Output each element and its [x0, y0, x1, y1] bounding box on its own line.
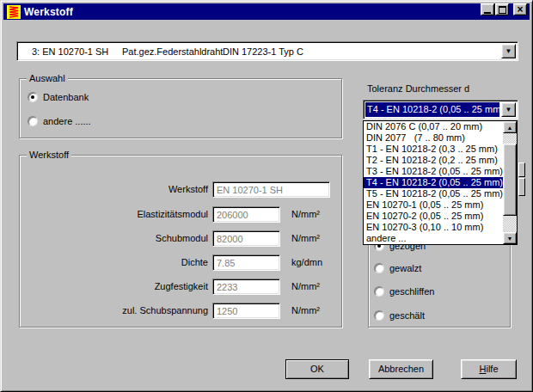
tolerance-option[interactable]: T3 - EN 10218-2 (0,05 .. 25 mm)	[364, 166, 503, 177]
zul-schubspannung-field[interactable]: 1250	[212, 303, 280, 319]
minimize-button[interactable]	[481, 3, 494, 15]
radio-geschaelt-circle[interactable]	[374, 310, 384, 321]
close-button[interactable]: ×	[513, 3, 527, 15]
zul-schubspannung-unit: N/mm²	[291, 303, 320, 319]
radio-datenbank-circle[interactable]	[28, 92, 38, 102]
material-combobox-number-name: 3: EN 10270-1 SH	[32, 46, 108, 58]
chevron-up-icon: ▲	[507, 125, 513, 131]
field-row-zul-schubspannung: zul. Schubspannung 1250 N/mm²	[20, 303, 341, 319]
material-combobox-norm: DIN 17223-1 Typ C	[223, 46, 303, 58]
tolerance-option[interactable]: T2 - EN 10218-2 (0,2 .. 25 mm)	[364, 155, 503, 166]
tolerance-option[interactable]: EN 10270-1 (0,05 .. 25 mm)	[364, 199, 503, 211]
spring-app-icon	[7, 5, 21, 19]
radio-gewalzt[interactable]: gewalzt	[374, 262, 421, 274]
dropdown-scrollbar[interactable]: ▲ ▼	[503, 121, 517, 244]
ok-button[interactable]: OK	[285, 359, 349, 379]
window-title: Werkstoff	[24, 6, 73, 18]
tolerance-label: Toleranz Durchmesser d	[367, 83, 469, 95]
radio-gewalzt-circle[interactable]	[374, 263, 384, 273]
chevron-down-icon: ▼	[507, 236, 513, 242]
radio-geschliffen-label: geschliffen	[389, 286, 434, 297]
dichte-unit: kg/dmn	[291, 254, 322, 271]
tolerance-option[interactable]: DIN 2077 (7 .. 80 mm)	[364, 132, 503, 144]
material-combobox-dropdown-button[interactable]: ▼	[501, 44, 516, 58]
tolerance-option-selected[interactable]: T4 - EN 10218-2 (0,05 .. 25 mm)	[364, 177, 503, 188]
werkstoff-group-title: Werkstoff	[27, 150, 71, 161]
help-button[interactable]: Hilfe	[461, 359, 517, 379]
radio-geschaelt[interactable]: geschält	[374, 309, 425, 322]
tolerance-option[interactable]: andere ...	[364, 233, 503, 244]
help-button-label: ilfe	[486, 364, 498, 374]
zul-schubspannung-label: zul. Schubspannung	[20, 303, 208, 319]
material-combobox[interactable]: 3: EN 10270-1 SH Pat.gez.Federstahldraht…	[16, 41, 518, 61]
radio-geschliffen-circle[interactable]	[374, 286, 384, 297]
werkstoff-group: Werkstoff Werkstoff EN 10270-1 SH Elasti…	[19, 155, 342, 328]
radio-geschliffen[interactable]: geschliffen	[374, 285, 434, 297]
elastizitaetsmodul-field[interactable]: 206000	[212, 206, 280, 223]
titlebar[interactable]: Werkstoff	[3, 3, 530, 20]
field-row-zugfestigkeit: Zugfestigkeit 2233 N/mm²	[20, 279, 341, 295]
material-combobox-description: Pat.gez.Federstahldraht	[122, 46, 223, 58]
elastizitaetsmodul-unit: N/mm²	[291, 206, 320, 223]
close-icon: ×	[517, 5, 523, 14]
radio-datenbank[interactable]: Datenbank	[28, 91, 89, 103]
werkstoff-dialog: Werkstoff × 3: EN 10270-1 SH Pat.gez.Fed…	[0, 0, 533, 392]
radio-datenbank-label: Datenbank	[43, 92, 89, 103]
tolerance-option[interactable]: T5 - EN 10218-2 (0,05 .. 25 mm)	[364, 188, 503, 199]
field-row-dichte: Dichte 7.85 kg/dmn	[20, 254, 341, 271]
dichte-field[interactable]: 7.85	[212, 254, 280, 271]
auswahl-group: Auswahl Datenbank andere ......	[19, 78, 342, 138]
scrollbar-down-button[interactable]: ▼	[503, 232, 517, 244]
scrollbar-up-button[interactable]: ▲	[503, 121, 517, 133]
werkstoff-field[interactable]: EN 10270-1 SH	[212, 181, 330, 198]
cancel-button[interactable]: Abbrechen	[369, 359, 433, 379]
minimize-icon	[484, 12, 491, 14]
maximize-button[interactable]	[495, 3, 509, 15]
tolerance-combobox-dropdown-button[interactable]: ▼	[501, 102, 516, 117]
schubmodul-unit: N/mm²	[291, 230, 320, 247]
schubmodul-label: Schubmodul	[20, 230, 208, 247]
tolerance-dropdown-list: DIN 2076 C (0,07 .. 20 mm) DIN 2077 (7 .…	[363, 120, 518, 245]
elastizitaetsmodul-label: Elastizitätsmodul	[20, 206, 208, 223]
maximize-icon	[499, 6, 506, 14]
radio-andere-label: andere ......	[43, 116, 91, 127]
zugfestigkeit-field[interactable]: 2233	[212, 279, 280, 295]
tolerance-combobox-value: T4 - EN 10218-2 (0,05 .. 25 mm)	[365, 102, 499, 117]
scrollbar-thumb[interactable]	[503, 144, 517, 216]
hidden-control-fragment-bottom	[518, 178, 525, 196]
radio-gewalzt-label: gewalzt	[389, 263, 421, 274]
zugfestigkeit-label: Zugfestigkeit	[20, 279, 208, 295]
werkstoff-field-label: Werkstoff	[20, 181, 208, 198]
ok-button-label: OK	[310, 364, 324, 374]
tolerance-option[interactable]: DIN 2076 C (0,07 .. 20 mm)	[364, 121, 503, 132]
auswahl-group-title: Auswahl	[27, 73, 68, 84]
radio-geschaelt-label: geschält	[389, 310, 425, 322]
tolerance-option[interactable]: EN 10270-2 (0,05 .. 25 mm)	[364, 211, 503, 222]
dichte-label: Dichte	[20, 254, 208, 271]
hidden-control-fragment-top	[518, 162, 525, 177]
field-row-werkstoff: Werkstoff EN 10270-1 SH	[20, 181, 341, 198]
field-row-elastizitaetsmodul: Elastizitätsmodul 206000 N/mm²	[20, 206, 341, 223]
tolerance-option[interactable]: T1 - EN 10218-2 (0,3 .. 25 mm)	[364, 144, 503, 155]
radio-andere-circle[interactable]	[28, 116, 38, 126]
chevron-down-icon: ▼	[505, 107, 512, 113]
radio-andere[interactable]: andere ......	[28, 115, 91, 127]
schubmodul-field[interactable]: 82000	[212, 230, 280, 247]
zugfestigkeit-unit: N/mm²	[291, 279, 320, 295]
tolerance-combobox[interactable]: T4 - EN 10218-2 (0,05 .. 25 mm) ▼	[363, 100, 518, 119]
field-row-schubmodul: Schubmodul 82000 N/mm²	[20, 230, 341, 247]
cancel-button-label: Abbrechen	[378, 364, 424, 374]
chevron-down-icon: ▼	[505, 48, 512, 55]
tolerance-option[interactable]: EN 10270-3 (0,10 .. 10 mm)	[364, 222, 503, 233]
